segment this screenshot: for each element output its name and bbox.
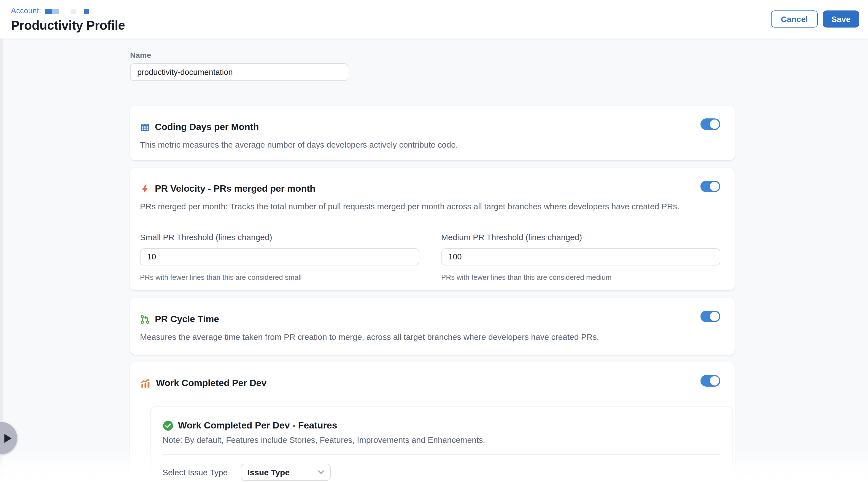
field-label: Small PR Threshold (lines changed) (140, 232, 419, 242)
card-title: Work Completed Per Dev (156, 378, 267, 389)
header-actions: Cancel Save (771, 10, 859, 28)
lightning-icon (140, 184, 150, 194)
calendar-icon (140, 122, 150, 132)
card-head: Work Completed Per Dev (140, 378, 720, 389)
bar-chart-arrow-icon (140, 378, 151, 389)
divider (162, 454, 720, 455)
breadcrumb[interactable]: Account: (11, 6, 90, 15)
toggle-knob (710, 312, 719, 321)
page-title: Productivity Profile (11, 18, 125, 33)
sub-card-note: Note: By default, Features include Stori… (162, 435, 720, 445)
check-circle-icon (162, 420, 174, 431)
toggle-pr-velocity[interactable] (701, 181, 720, 192)
card-description: Measures the average time taken from PR … (140, 332, 720, 343)
card-title: Coding Days per Month (155, 122, 259, 133)
toggle-coding-days[interactable] (701, 119, 720, 130)
card-pr-cycle-time: PR Cycle Time Measures the average time … (130, 298, 735, 355)
name-input[interactable] (130, 63, 348, 81)
card-description: This metric measures the average number … (140, 140, 720, 150)
small-pr-threshold-input[interactable] (140, 248, 419, 265)
issue-type-dropdown[interactable]: Issue Type (241, 464, 331, 481)
card-work-completed: Work Completed Per Dev Work Completed Pe… (130, 362, 735, 483)
small-pr-threshold-field: Small PR Threshold (lines changed) PRs w… (140, 232, 419, 282)
toggle-knob (710, 376, 719, 386)
card-pr-velocity: PR Velocity - PRs merged per month PRs m… (130, 168, 735, 290)
sidebar-expand-button[interactable] (0, 422, 17, 454)
medium-pr-threshold-input[interactable] (441, 248, 720, 265)
select-issue-type-label: Select Issue Type (162, 468, 227, 477)
card-description: PRs merged per month: Tracks the total n… (140, 201, 720, 212)
card-head: Coding Days per Month (140, 122, 720, 133)
account-name-redacted (45, 8, 53, 13)
divider (140, 221, 720, 221)
account-name-redacted (53, 8, 59, 13)
breadcrumb-account-label: Account: (11, 6, 41, 15)
sub-card-head: Work Completed Per Dev - Features (162, 420, 720, 431)
field-label: Medium PR Threshold (lines changed) (441, 232, 720, 242)
account-name-redacted (71, 8, 76, 13)
sidebar-edge (0, 0, 3, 483)
sub-card-features: Work Completed Per Dev - Features Note: … (151, 407, 733, 483)
card-coding-days: Coding Days per Month This metric measur… (130, 106, 735, 160)
toggle-knob (710, 120, 719, 129)
sub-card-title: Work Completed Per Dev - Features (178, 420, 337, 431)
issue-type-row: Select Issue Type Issue Type (162, 464, 720, 481)
card-head: PR Cycle Time (140, 314, 720, 325)
chevron-down-icon (318, 470, 324, 474)
threshold-fields: Small PR Threshold (lines changed) PRs w… (140, 232, 720, 282)
field-helper: PRs with fewer lines than this are consi… (441, 273, 720, 282)
productivity-profile-page: Account: Productivity Profile Cancel Sav… (0, 0, 868, 483)
toggle-knob (710, 182, 719, 191)
page-header: Account: Productivity Profile Cancel Sav… (0, 0, 868, 38)
card-title: PR Cycle Time (155, 314, 219, 325)
save-button[interactable]: Save (823, 10, 859, 28)
issue-type-dropdown-value: Issue Type (247, 468, 289, 477)
medium-pr-threshold-field: Medium PR Threshold (lines changed) PRs … (441, 232, 720, 282)
cancel-button[interactable]: Cancel (771, 10, 818, 28)
card-head: PR Velocity - PRs merged per month (140, 183, 720, 194)
field-helper: PRs with fewer lines than this are consi… (140, 273, 419, 282)
expand-arrow-icon (4, 434, 11, 443)
name-label: Name (130, 51, 151, 60)
card-title: PR Velocity - PRs merged per month (155, 183, 315, 194)
toggle-pr-cycle-time[interactable] (701, 311, 720, 322)
account-name-redacted (85, 8, 90, 13)
toggle-work-completed[interactable] (701, 375, 720, 387)
git-compare-icon (140, 315, 150, 324)
